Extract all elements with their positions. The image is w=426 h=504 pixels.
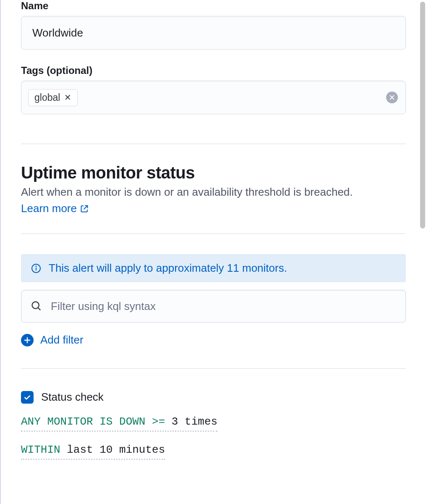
scrollbar-thumb[interactable]	[420, 2, 425, 228]
tag-remove-icon[interactable]: ✕	[64, 93, 71, 102]
section-description: Alert when a monitor is down or an avail…	[21, 184, 406, 217]
name-group: Name	[21, 0, 406, 50]
status-check-checkbox[interactable]	[21, 391, 34, 404]
tags-label: Tags (optional)	[21, 65, 406, 76]
tag-chip-label: global	[34, 92, 60, 103]
status-check-label: Status check	[41, 391, 104, 404]
form-panel: Name Tags (optional) global ✕ Uptime mon…	[0, 0, 426, 504]
close-icon	[389, 94, 395, 100]
status-check-row: Status check	[21, 391, 406, 404]
add-filter-label: Add filter	[40, 333, 84, 346]
section-title: Uptime monitor status	[21, 163, 406, 182]
svg-line-4	[38, 308, 41, 310]
info-icon	[31, 263, 41, 273]
svg-point-2	[36, 266, 36, 266]
external-link-icon	[80, 205, 89, 213]
expression-condition[interactable]: ANY MONITOR IS DOWN >= 3 times	[21, 415, 217, 432]
svg-point-3	[32, 302, 39, 309]
tags-input[interactable]: global ✕	[21, 81, 406, 114]
monitors-callout: This alert will apply to approximately 1…	[21, 254, 406, 282]
check-icon	[24, 394, 31, 401]
kql-filter-input[interactable]	[50, 299, 396, 313]
plus-circle-icon	[21, 334, 34, 346]
learn-more-link[interactable]: Learn more	[21, 200, 89, 217]
monitors-callout-text: This alert will apply to approximately 1…	[49, 262, 287, 275]
name-input[interactable]	[21, 16, 406, 50]
tags-clear-button[interactable]	[386, 92, 398, 103]
add-filter-button[interactable]: Add filter	[21, 333, 84, 346]
name-label: Name	[21, 0, 406, 12]
tag-chip[interactable]: global ✕	[28, 89, 78, 106]
search-icon	[31, 300, 42, 312]
kql-filter-wrap[interactable]	[21, 290, 406, 323]
scrollbar-track[interactable]	[419, 0, 426, 504]
expression-window[interactable]: WITHIN last 10 minutes	[21, 444, 165, 460]
tags-group: Tags (optional) global ✕	[21, 65, 406, 114]
